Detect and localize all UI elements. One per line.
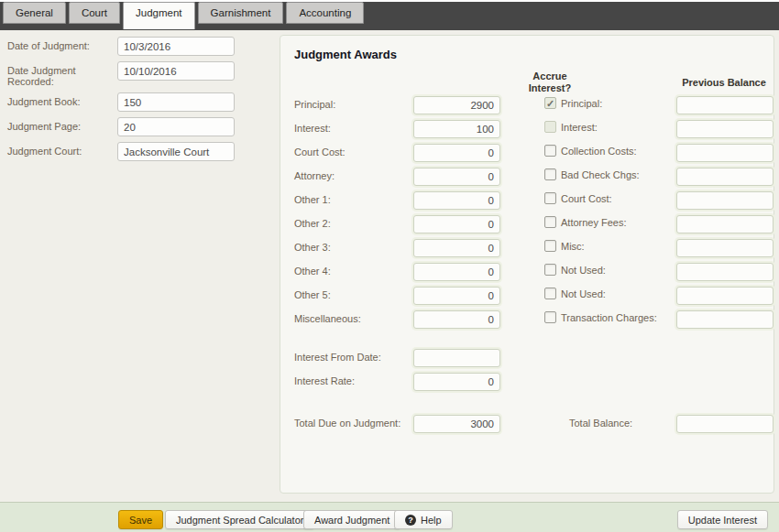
date-judgment-recorded-label: Date Judgment Recorded: xyxy=(7,61,117,87)
attorney-label: Attorney: xyxy=(294,168,411,191)
save-button[interactable]: Save xyxy=(118,510,163,529)
accrue-row: Not Used: xyxy=(544,287,682,310)
transaction-charges-previous-balance-field[interactable] xyxy=(676,310,774,329)
not-used-2-accrue-checkbox[interactable] xyxy=(544,288,556,299)
not-used-2-accrue-label: Not Used: xyxy=(561,288,606,299)
other1-amount-field[interactable] xyxy=(413,191,500,210)
interest-amount-field[interactable] xyxy=(413,120,500,138)
form-row: Judgment Book: xyxy=(7,92,275,112)
not-used-1-previous-balance-field[interactable] xyxy=(676,263,774,281)
interest-from-date-label: Interest From Date: xyxy=(294,352,381,363)
total-balance-label: Total Balance: xyxy=(569,418,632,429)
judgment-tab-content: Date of Judgment: Date Judgment Recorded… xyxy=(0,30,779,502)
accrue-interest-header: Accrue Interest? xyxy=(499,71,601,94)
date-of-judgment-field[interactable] xyxy=(117,37,235,56)
accrue-interest-column: Principal: Interest: Collection Costs: B… xyxy=(544,96,682,334)
help-button[interactable]: ? Help xyxy=(394,510,453,529)
accrue-row: Interest: xyxy=(544,120,682,144)
accrue-row: Misc: xyxy=(544,239,682,263)
accrue-row: Bad Check Chgs: xyxy=(544,168,682,191)
not-used-2-previous-balance-field[interactable] xyxy=(676,287,774,305)
accrue-interest-header-line1: Accrue xyxy=(499,71,601,82)
court-cost-previous-balance-field[interactable] xyxy=(676,191,774,210)
court-cost-accrue-checkbox[interactable] xyxy=(544,192,556,204)
form-row: Judgment Page: xyxy=(7,117,275,136)
amount-inputs-column xyxy=(413,96,500,334)
other4-label: Other 4: xyxy=(294,263,411,287)
date-of-judgment-label: Date of Judgment: xyxy=(7,37,117,56)
tab-bar: General Court Judgment Garnishment Accou… xyxy=(0,0,779,30)
help-icon: ? xyxy=(405,515,416,526)
accrue-row: Collection Costs: xyxy=(544,144,682,168)
interest-from-date-field[interactable] xyxy=(413,349,500,367)
not-used-1-accrue-checkbox[interactable] xyxy=(544,264,556,276)
tab-judgment[interactable]: Judgment xyxy=(123,2,195,29)
other1-label: Other 1: xyxy=(294,191,411,215)
court-cost-label: Court Cost: xyxy=(294,144,411,168)
other4-amount-field[interactable] xyxy=(413,263,500,281)
judgment-awards-panel: Judgment Awards Accrue Interest? Previou… xyxy=(280,35,774,494)
bad-check-chgs-accrue-checkbox[interactable] xyxy=(544,168,556,180)
tab-general[interactable]: General xyxy=(3,2,66,24)
judgment-page-field[interactable] xyxy=(117,117,235,136)
judgment-court-label: Judgment Court: xyxy=(7,142,117,161)
total-due-on-judgment-field[interactable] xyxy=(413,415,500,433)
judgment-book-label: Judgment Book: xyxy=(7,92,117,112)
principal-accrue-checkbox[interactable] xyxy=(544,97,556,109)
court-cost-amount-field[interactable] xyxy=(413,144,500,162)
collection-costs-accrue-label: Collection Costs: xyxy=(561,145,637,157)
amount-labels-column: Principal: Interest: Court Cost: Attorne… xyxy=(294,96,411,334)
tab-accounting[interactable]: Accounting xyxy=(286,2,364,24)
form-row: Date Judgment Recorded: xyxy=(7,61,275,87)
form-row: Judgment Court: xyxy=(7,142,275,161)
interest-previous-balance-field[interactable] xyxy=(676,120,774,138)
court-cost-accrue-label: Court Cost: xyxy=(561,192,612,204)
bad-check-chgs-previous-balance-field[interactable] xyxy=(676,168,774,186)
other5-amount-field[interactable] xyxy=(413,287,500,305)
accrue-row: Court Cost: xyxy=(544,191,682,215)
collection-costs-previous-balance-field[interactable] xyxy=(676,144,774,162)
panel-title: Judgment Awards xyxy=(294,48,397,61)
collection-costs-accrue-checkbox[interactable] xyxy=(544,145,556,157)
attorney-fees-accrue-label: Attorney Fees: xyxy=(561,216,627,228)
tab-court[interactable]: Court xyxy=(69,2,120,24)
award-judgment-button[interactable]: Award Judgment xyxy=(303,510,400,529)
interest-label: Interest: xyxy=(294,120,411,144)
judgment-spread-calculator-button[interactable]: Judgment Spread Calculator xyxy=(165,510,314,529)
date-judgment-recorded-field[interactable] xyxy=(117,61,235,81)
accrue-row: Principal: xyxy=(544,96,682,120)
interest-accrue-label: Interest: xyxy=(561,121,598,133)
attorney-fees-accrue-checkbox[interactable] xyxy=(544,216,556,228)
tab-garnishment[interactable]: Garnishment xyxy=(198,2,284,24)
principal-previous-balance-field[interactable] xyxy=(676,96,774,114)
form-row: Date of Judgment: xyxy=(7,37,275,56)
misc-previous-balance-field[interactable] xyxy=(676,239,774,257)
other2-amount-field[interactable] xyxy=(413,215,500,233)
other3-amount-field[interactable] xyxy=(413,239,500,257)
total-balance-field[interactable] xyxy=(676,415,774,433)
principal-amount-field[interactable] xyxy=(413,96,500,114)
help-button-label: Help xyxy=(421,515,442,526)
interest-rate-field[interactable] xyxy=(413,373,500,391)
previous-balance-header: Previous Balance xyxy=(673,77,775,88)
interest-accrue-checkbox[interactable] xyxy=(544,121,556,133)
accrue-interest-header-line2: Interest? xyxy=(499,82,601,94)
misc-accrue-checkbox[interactable] xyxy=(544,240,556,252)
accrue-row: Transaction Charges: xyxy=(544,310,682,334)
attorney-fees-previous-balance-field[interactable] xyxy=(676,215,774,233)
other5-label: Other 5: xyxy=(294,287,411,310)
judgment-court-field[interactable] xyxy=(117,142,235,161)
accrue-row: Attorney Fees: xyxy=(544,215,682,239)
interest-rate-label: Interest Rate: xyxy=(294,375,355,386)
judgment-detail-form: Date of Judgment: Date Judgment Recorded… xyxy=(7,37,275,167)
bad-check-chgs-accrue-label: Bad Check Chgs: xyxy=(561,168,640,180)
update-interest-button[interactable]: Update Interest xyxy=(677,510,768,529)
transaction-charges-accrue-checkbox[interactable] xyxy=(544,311,556,323)
judgment-page-label: Judgment Page: xyxy=(7,117,117,136)
principal-label: Principal: xyxy=(294,96,411,120)
attorney-amount-field[interactable] xyxy=(413,168,500,186)
miscellaneous-label: Miscellaneous: xyxy=(294,310,411,334)
miscellaneous-amount-field[interactable] xyxy=(413,310,500,329)
judgment-book-field[interactable] xyxy=(117,92,235,112)
not-used-1-accrue-label: Not Used: xyxy=(561,264,606,276)
